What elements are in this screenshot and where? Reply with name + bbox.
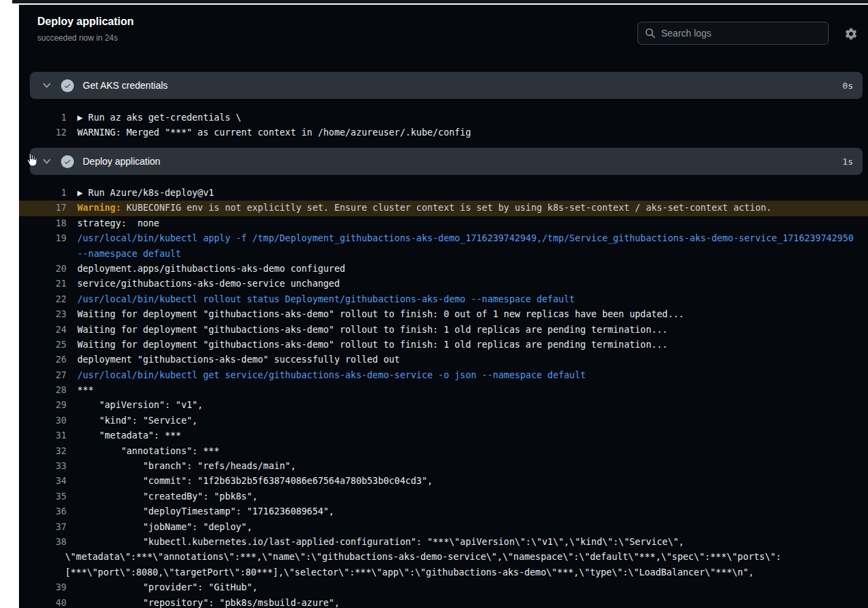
line-text: "branch": "refs/heads/main", — [66, 459, 296, 474]
line-text: /usr/local/bin/kubectl rollout status De… — [66, 292, 575, 307]
log-line: 32 "annotations": *** — [19, 444, 868, 459]
log-line: 35 "createdBy": "pbk8s", — [19, 489, 868, 504]
search-logs-box — [637, 22, 829, 45]
warning-label: Warning: — [77, 203, 121, 213]
gear-icon — [844, 27, 858, 41]
log-line-warning: 17Warning: KUBECONFIG env is not explici… — [19, 201, 868, 216]
line-text: Warning: KUBECONFIG env is not explicitl… — [66, 201, 772, 216]
log-block-get-aks-credentials: 1▶ Run az aks get-credentials \12WARNING… — [19, 110, 868, 141]
log-viewer-panel: Deploy application succeeded now in 24s … — [19, 5, 868, 608]
log-line: 40 "repository": "pbk8s/msbuild-azure", — [19, 596, 868, 608]
job-status-text: succeeded now in 24s — [37, 33, 118, 43]
search-input[interactable] — [637, 22, 829, 45]
line-text: "repository": "pbk8s/msbuild-azure", — [66, 596, 340, 608]
log-line: 27/usr/local/bin/kubectl get service/git… — [19, 368, 868, 383]
section-title: Deploy application — [83, 156, 160, 167]
section-header-deploy-application[interactable]: Deploy application 1s — [30, 148, 863, 175]
log-line: 19/usr/local/bin/kubectl apply -f /tmp/D… — [19, 231, 868, 246]
line-number[interactable]: 18 — [19, 216, 66, 231]
line-number[interactable]: 21 — [19, 277, 66, 291]
line-text: Waiting for deployment "githubactions-ak… — [66, 323, 668, 338]
line-number[interactable]: 34 — [19, 474, 66, 489]
line-text: "kubectl.kubernetes.io/last-applied-conf… — [66, 535, 684, 550]
section-header-get-aks-credentials[interactable]: Get AKS credentials 0s — [30, 72, 863, 99]
line-number[interactable]: 25 — [19, 338, 66, 352]
line-number[interactable]: 17 — [19, 201, 66, 216]
line-text: ▶ Run az aks get-credentials \ — [66, 110, 241, 125]
log-line: 1▶ Run Azure/k8s-deploy@v1 — [19, 186, 868, 201]
line-number[interactable]: 32 — [19, 444, 66, 459]
line-text: *** — [66, 383, 94, 398]
line-text: "metadata": *** — [66, 428, 181, 443]
log-line: 36 "deployTimestamp": "1716236089654", — [19, 504, 868, 519]
line-text: [***\"port\":8080,\"targetPort\":80***],… — [54, 565, 754, 580]
line-number[interactable]: 22 — [19, 292, 66, 307]
log-block-deploy-application: 1▶ Run Azure/k8s-deploy@v117Warning: KUB… — [19, 186, 868, 608]
section-title: Get AKS credentials — [83, 80, 167, 91]
line-number[interactable]: 28 — [19, 383, 66, 398]
log-line: 37 "jobName": "deploy", — [19, 520, 868, 535]
line-number[interactable]: 35 — [19, 489, 66, 504]
line-number[interactable]: 20 — [19, 262, 66, 277]
log-line: 34 "commit": "1f2b63b2b5f63874086e67564a… — [19, 474, 868, 489]
line-text: --namespace default — [66, 247, 181, 262]
log-settings-button[interactable] — [843, 26, 859, 42]
line-number[interactable]: 12 — [19, 125, 66, 140]
line-text: "annotations": *** — [66, 444, 220, 459]
log-line: 1▶ Run az aks get-credentials \ — [19, 110, 868, 125]
chevron-down-icon — [42, 157, 52, 166]
line-text: WARNING: Merged "***" as current context… — [66, 125, 471, 140]
line-number[interactable]: 36 — [19, 504, 66, 519]
line-text: "jobName": "deploy", — [66, 520, 252, 535]
line-text: "commit": "1f2b63b2b5f63874086e67564a780… — [66, 474, 433, 489]
line-number[interactable]: 38 — [19, 535, 66, 550]
line-text: "provider": "GitHub", — [66, 580, 258, 595]
success-check-icon — [61, 79, 74, 92]
log-line: 30 "kind": "Service", — [19, 413, 868, 428]
line-text: service/githubactions-aks-demo-service u… — [66, 277, 340, 291]
line-text: "kind": "Service", — [66, 413, 197, 428]
log-line: 28*** — [19, 383, 868, 398]
log-line: 20deployment.apps/githubactions-aks-demo… — [19, 262, 868, 277]
line-text: /usr/local/bin/kubectl apply -f /tmp/Dep… — [66, 231, 854, 246]
line-text: deployment.apps/githubactions-aks-demo c… — [66, 262, 345, 277]
log-line: 26deployment "githubactions-aks-demo" su… — [19, 352, 868, 367]
top-window-strip — [12, 0, 868, 3]
log-line: 29 "apiVersion": "v1", — [19, 398, 868, 413]
page-title: Deploy application — [37, 16, 134, 28]
line-number[interactable]: 1 — [19, 110, 66, 125]
log-line: 38 "kubectl.kubernetes.io/last-applied-c… — [19, 535, 868, 550]
log-line: 22/usr/local/bin/kubectl rollout status … — [19, 292, 868, 307]
line-number[interactable]: 26 — [19, 352, 66, 367]
line-text: /usr/local/bin/kubectl get service/githu… — [66, 368, 586, 383]
log-line: --namespace default — [19, 247, 868, 262]
section-duration: 1s — [842, 157, 853, 167]
line-number[interactable]: 1 — [19, 186, 66, 201]
line-text: "apiVersion": "v1", — [66, 398, 203, 413]
line-number[interactable]: 24 — [19, 323, 66, 338]
line-number — [19, 247, 66, 262]
log-line: 39 "provider": "GitHub", — [19, 580, 868, 595]
line-number[interactable]: 29 — [19, 398, 66, 413]
line-number[interactable]: 33 — [19, 459, 66, 474]
line-number[interactable]: 31 — [19, 428, 66, 443]
line-text: strategy: none — [66, 216, 159, 231]
line-number[interactable]: 19 — [19, 231, 66, 246]
line-text: Waiting for deployment "githubactions-ak… — [66, 307, 684, 322]
log-line: 18strategy: none — [19, 216, 868, 231]
line-text: \"metadata\":***\"annotations\":***,\"na… — [54, 550, 781, 565]
section-duration: 0s — [842, 81, 853, 91]
line-number[interactable]: 37 — [19, 520, 66, 535]
success-check-icon — [61, 155, 74, 168]
line-number[interactable]: 39 — [19, 580, 66, 595]
line-number[interactable]: 23 — [19, 307, 66, 322]
log-line: 12WARNING: Merged "***" as current conte… — [19, 125, 868, 140]
line-text: Waiting for deployment "githubactions-ak… — [66, 338, 668, 352]
line-number[interactable]: 27 — [19, 368, 66, 383]
log-line: 33 "branch": "refs/heads/main", — [19, 459, 868, 474]
log-line: 31 "metadata": *** — [19, 428, 868, 443]
line-number[interactable]: 40 — [19, 596, 66, 608]
line-number[interactable]: 30 — [19, 413, 66, 428]
log-line: \"metadata\":***\"annotations\":***,\"na… — [19, 550, 868, 565]
chevron-down-icon — [42, 81, 52, 90]
